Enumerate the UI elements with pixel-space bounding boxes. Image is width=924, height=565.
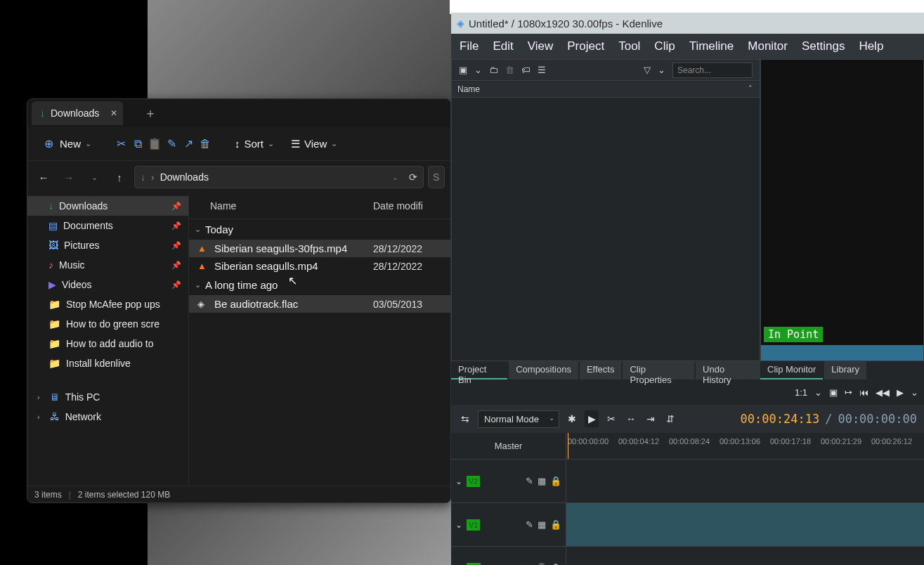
sidebar-item-downloads[interactable]: ↓Downloads📌 — [27, 196, 188, 216]
menu-view[interactable]: View — [528, 39, 554, 53]
share-icon[interactable]: ↗ — [181, 137, 195, 150]
overwrite-icon[interactable]: ⇵ — [663, 413, 677, 424]
timeline-row-v2[interactable] — [566, 460, 924, 503]
tab-library[interactable]: Library — [824, 361, 866, 379]
sort-button[interactable]: ↕ Sort ⌄ — [228, 134, 281, 154]
cut-icon[interactable]: ✂ — [114, 137, 128, 150]
track-header-v2[interactable]: ⌄V2✎▦🔒 — [451, 460, 566, 503]
menu-edit[interactable]: Edit — [493, 39, 513, 53]
master-track[interactable]: Master — [451, 433, 566, 460]
menu-project[interactable]: Project — [567, 39, 604, 53]
delete-icon[interactable]: 🗑 — [198, 138, 212, 150]
spacer-icon[interactable]: ↔ — [624, 413, 638, 424]
chevron-down-icon[interactable]: ⌄ — [474, 65, 482, 75]
breadcrumb[interactable]: Downloads — [160, 171, 209, 183]
tab-effects[interactable]: Effects — [580, 361, 622, 379]
rename-icon[interactable]: ✎ — [164, 137, 178, 150]
ratio-label[interactable]: 1:1 — [795, 387, 807, 398]
chevron-down-icon[interactable]: ⌄ — [392, 174, 398, 181]
menu-clip[interactable]: Clip — [654, 39, 675, 53]
group-long-time-ago[interactable]: ⌄A long time ago — [189, 275, 450, 295]
clip-monitor-panel[interactable]: In Point — [760, 59, 924, 361]
timeline-timecode-current[interactable]: 00:00:24:13 — [741, 412, 820, 426]
sidebar-item-videos[interactable]: ▶Videos📌 — [27, 275, 188, 294]
tab-undo-history[interactable]: Undo History — [696, 361, 760, 379]
close-icon[interactable]: ✕ — [110, 108, 117, 118]
sidebar-item-folder[interactable]: 📁Stop McAfee pop ups — [27, 294, 188, 314]
chevron-down-icon[interactable]: ⌄ — [658, 65, 665, 75]
folder-add-icon[interactable]: 🗀 — [489, 65, 498, 75]
timeline-row-v1[interactable] — [566, 503, 924, 547]
kdenlive-titlebar[interactable]: ◈ Untitled* / 1080x1920 30.00fps - Kdenl… — [451, 13, 924, 34]
tab-project-bin[interactable]: Project Bin — [451, 361, 507, 379]
sidebar-item-music[interactable]: ♪Music📌 — [27, 255, 188, 275]
menu-tool[interactable]: Tool — [618, 39, 640, 53]
menu-monitor[interactable]: Monitor — [748, 39, 788, 53]
copy-icon[interactable]: ⧉ — [131, 138, 145, 150]
sidebar-item-documents[interactable]: ▤Documents📌 — [27, 216, 188, 235]
column-date[interactable]: Date modifi — [373, 200, 442, 212]
tab-compositions[interactable]: Compositions — [509, 361, 578, 379]
bin-column-header[interactable]: Name ˄ — [452, 81, 760, 98]
explorer-tab-downloads[interactable]: ↓ Downloads ✕ — [32, 101, 123, 125]
rewind-icon[interactable]: ◀◀ — [876, 387, 890, 398]
file-row[interactable]: ▲Siberian seagulls-30fps.mp428/12/2022 — [189, 240, 450, 257]
menu-icon[interactable]: ☰ — [538, 65, 546, 75]
fit-icon[interactable]: ▣ — [829, 387, 838, 398]
select-tool-icon[interactable]: ▶ — [585, 410, 599, 427]
play-icon[interactable]: ▶ — [897, 387, 904, 398]
back-button[interactable]: ← — [33, 167, 54, 188]
list-header[interactable]: Name Date modifi — [189, 193, 450, 219]
menu-timeline[interactable]: Timeline — [689, 39, 734, 53]
address-input[interactable]: ↓ › Downloads ⌄ ⟳ — [134, 166, 424, 188]
menu-help[interactable]: Help — [859, 39, 883, 53]
view-button[interactable]: ☰ View ⌄ — [284, 134, 344, 155]
file-row[interactable]: ▲Siberian seagulls.mp428/12/2022 — [189, 257, 450, 275]
edit-mode-select[interactable]: Normal Mode⌄ — [478, 410, 559, 428]
lock-icon[interactable]: 🔒 — [550, 476, 561, 486]
sidebar-item-pictures[interactable]: 🖼Pictures📌 — [27, 235, 188, 255]
new-tab-button[interactable]: ＋ — [144, 105, 157, 122]
track-header-a1[interactable]: ⌄A1✎🔊🔒 — [451, 547, 566, 565]
timeline-ruler[interactable]: 00:00:00:00 00:00:04:12 00:00:08:24 00:0… — [566, 433, 924, 460]
razor-icon[interactable]: ✂ — [604, 413, 618, 424]
menu-settings[interactable]: Settings — [802, 39, 845, 53]
new-button[interactable]: ⊕ New ⌄ — [34, 133, 98, 155]
menu-file[interactable]: File — [460, 39, 479, 53]
monitor-ruler[interactable] — [761, 345, 923, 361]
column-name[interactable]: Name — [197, 200, 373, 212]
tag-icon[interactable]: 🏷 — [521, 65, 531, 75]
effects-icon[interactable]: ✎ — [526, 476, 533, 486]
sidebar-item-network[interactable]: ›🖧Network — [27, 407, 188, 427]
refresh-icon[interactable]: ⟳ — [409, 171, 417, 183]
compositing-icon[interactable]: ✱ — [565, 413, 579, 424]
chevron-down-icon[interactable]: ⌄ — [455, 520, 462, 530]
add-clip-icon[interactable]: ▣ — [459, 65, 467, 75]
tab-clip-monitor[interactable]: Clip Monitor — [760, 361, 823, 379]
step-back-icon[interactable]: ⏮ — [859, 387, 868, 398]
settings-icon[interactable]: ⇆ — [458, 413, 472, 424]
chevron-down-icon[interactable]: ⌄ — [911, 387, 918, 398]
timeline-row-a1[interactable] — [566, 547, 924, 565]
file-row[interactable]: ◈Be audiotrack.flac03/05/2013 — [189, 295, 450, 313]
sidebar-item-folder[interactable]: 📁How to add audio to — [27, 334, 188, 353]
up-button[interactable]: ↑ — [109, 167, 130, 188]
effects-icon[interactable]: ✎ — [526, 519, 533, 530]
tab-clip-properties[interactable]: Clip Properties — [623, 361, 694, 379]
bin-search-input[interactable]: Search... — [672, 63, 753, 78]
search-input[interactable]: S — [428, 166, 445, 188]
film-icon[interactable]: ▦ — [538, 519, 546, 530]
film-icon[interactable]: ▦ — [538, 476, 546, 486]
sidebar-item-this-pc[interactable]: ›🖥This PC — [27, 387, 188, 407]
chevron-down-icon[interactable]: ⌄ — [455, 476, 462, 486]
group-today[interactable]: ⌄Today — [189, 219, 450, 240]
chevron-down-icon[interactable]: ⌄ — [814, 387, 822, 398]
track-header-v1[interactable]: ⌄V1✎▦🔒 — [451, 503, 566, 547]
sidebar-item-folder[interactable]: 📁Install kdenlive — [27, 353, 188, 373]
timeline-tracks-area[interactable]: 00:00:00:00 00:00:04:12 00:00:08:24 00:0… — [566, 433, 924, 565]
goto-start-icon[interactable]: ↦ — [845, 387, 852, 398]
filter-icon[interactable]: ▽ — [644, 65, 651, 75]
sidebar-item-folder[interactable]: 📁How to do green scre — [27, 314, 188, 334]
insert-icon[interactable]: ⇥ — [644, 413, 658, 424]
history-dropdown[interactable]: ⌄ — [84, 167, 105, 188]
